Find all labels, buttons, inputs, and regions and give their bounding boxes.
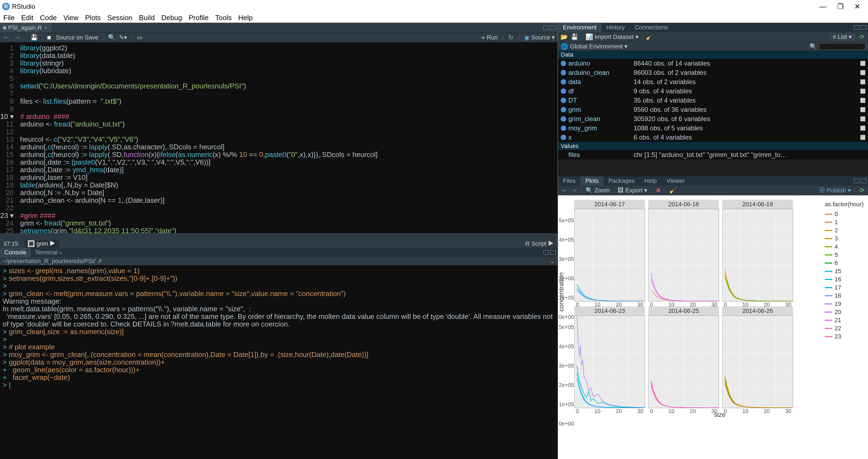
console-path-bar: ~/presentation_R_pourlesnuls/PSI/ ⇗ ⌄ (0, 257, 557, 265)
pane-minimize-icon[interactable] (543, 250, 549, 255)
env-item-grim[interactable]: grim9560 obs. of 36 variables (558, 105, 868, 114)
clear-console-icon[interactable]: ⌄ (550, 258, 555, 265)
environment-tab[interactable]: Environment (558, 23, 601, 32)
console-output[interactable]: > sizes <- grepl(ms ,names(grim),value =… (0, 265, 557, 459)
grid-icon[interactable] (860, 116, 865, 121)
grid-icon[interactable] (860, 135, 865, 140)
pane-maximize-icon[interactable] (550, 250, 556, 255)
publish-button[interactable]: ⦿ Publish ▾ (819, 187, 851, 194)
history-tab[interactable]: History (601, 23, 630, 32)
menu-session[interactable]: Session (107, 13, 133, 22)
env-item-DT[interactable]: DT35 obs. of 4 variables (558, 96, 868, 105)
save-icon[interactable]: 💾 (31, 34, 37, 41)
files-tab[interactable]: Files (558, 176, 580, 185)
env-item-moy_grim[interactable]: moy_grim1088 obs. of 5 variables (558, 123, 868, 133)
menu-edit[interactable]: Edit (21, 13, 33, 22)
menu-file[interactable]: File (3, 13, 15, 22)
prev-plot-icon[interactable]: ⇐ (561, 187, 567, 194)
source-toolbar: ⇐ ⇒ 💾 Source on Save 🔍 ✎▾ ▭ ➔ Run ↻ ▣ So… (0, 33, 557, 42)
env-item-df[interactable]: df9 obs. of 4 variables (558, 87, 868, 96)
menu-code[interactable]: Code (40, 13, 57, 22)
env-item-data[interactable]: data14 obs. of 2 variables (558, 77, 868, 87)
wand-icon[interactable]: ✎▾ (120, 34, 126, 41)
working-dir[interactable]: ~/presentation_R_pourlesnuls/PSI/ (3, 258, 95, 265)
help-tab[interactable]: Help (640, 176, 661, 185)
refresh-plot-icon[interactable]: ⟳ (859, 187, 865, 194)
grid-icon[interactable] (860, 107, 865, 112)
source-button[interactable]: ▣ Source ▾ (524, 34, 555, 41)
minimize-button[interactable]: — (819, 2, 827, 11)
menu-debug[interactable]: Debug (161, 13, 182, 22)
env-item-grim_clean[interactable]: grim_clean305920 obs. of 6 variables (558, 114, 868, 123)
menu-help[interactable]: Help (238, 13, 253, 22)
menu-tools[interactable]: Tools (215, 13, 232, 22)
pane-minimize-icon[interactable] (543, 26, 549, 30)
pane-maximize-icon[interactable] (861, 25, 866, 30)
env-scope-bar: 🌐 Global Environment ▾ 🔍 (558, 42, 868, 51)
search-icon: 🔍 (809, 43, 817, 50)
menu-view[interactable]: View (63, 13, 79, 22)
env-item-files[interactable]: fileschr [1:5] "arduino_tot.txt" "grimm_… (558, 150, 868, 160)
maximize-button[interactable]: ❐ (837, 2, 843, 11)
console-tab[interactable]: Console (0, 248, 31, 257)
pane-maximize-icon[interactable] (550, 26, 556, 30)
plots-tab[interactable]: Plots (580, 176, 603, 185)
env-item-x[interactable]: x6 obs. of 4 variables (558, 133, 868, 142)
source-icon: ▣ (524, 34, 529, 41)
app-logo: R (2, 3, 10, 10)
zoom-button[interactable]: 🔍 Zoom (586, 187, 610, 194)
grid-icon[interactable] (860, 98, 865, 103)
open-wd-icon[interactable]: ⇗ (97, 258, 102, 265)
back-icon[interactable]: ⇐ (3, 34, 9, 41)
pane-maximize-icon[interactable] (861, 179, 866, 183)
close-button[interactable]: ✕ (855, 2, 860, 11)
clear-plots-icon[interactable]: 🧹 (670, 187, 676, 194)
grid-icon[interactable] (860, 126, 865, 131)
plots-tabstrip: Files Plots Packages Help Viewer (558, 176, 868, 185)
file-type-label[interactable]: R Script ⯈ (525, 240, 554, 247)
pane-minimize-icon[interactable] (854, 179, 859, 183)
forward-icon[interactable]: ⇒ (14, 34, 21, 41)
env-item-arduino_clean[interactable]: arduino_clean86003 obs. of 2 variables (558, 68, 868, 77)
run-button[interactable]: ➔ Run (480, 34, 498, 41)
close-tab-icon[interactable]: × (44, 25, 48, 31)
cursor-position: 37:15 (3, 240, 18, 247)
menu-profile[interactable]: Profile (189, 13, 209, 22)
environment-list: Dataarduino86440 obs. of 14 variablesard… (558, 51, 868, 176)
grid-icon[interactable] (860, 70, 865, 75)
grid-icon[interactable] (860, 89, 865, 94)
editor-h-scrollbar[interactable] (0, 233, 557, 240)
rerun-icon[interactable]: ↻ (508, 34, 514, 41)
connections-tab[interactable]: Connections (630, 23, 673, 32)
window-titlebar: R RStudio — ❐ ✕ (0, 0, 868, 13)
plots-toolbar: ⇐ ⇒ 🔍 Zoom 🖼 Export ▾ ✖ 🧹 ⦿ Publish ▾ ⟳ (558, 185, 868, 195)
refresh-icon[interactable]: ⟳ (859, 34, 865, 40)
export-button[interactable]: 🖼 Export ▾ (618, 187, 647, 194)
next-plot-icon[interactable]: ⇒ (571, 187, 578, 194)
packages-tab[interactable]: Packages (603, 176, 640, 185)
scope-selector[interactable]: Global Environment ▾ (570, 43, 627, 50)
terminal-tab[interactable]: Terminal × (31, 248, 67, 257)
pane-minimize-icon[interactable] (854, 25, 859, 30)
code-editor[interactable]: 12345678910 ▾11121314151617181920212223 … (0, 42, 557, 233)
view-mode-button[interactable]: ≡ List ▾ (829, 33, 855, 41)
source-on-save-checkbox[interactable] (47, 36, 51, 39)
find-icon[interactable]: 🔍 (108, 34, 115, 41)
notebook-icon[interactable]: ▭ (136, 34, 143, 41)
source-on-save-label: Source on Save (56, 34, 98, 41)
source-tab[interactable]: PSI_again.R × (0, 23, 53, 32)
viewer-tab[interactable]: Viewer (661, 176, 690, 185)
remove-plot-icon[interactable]: ✖ (655, 187, 661, 194)
current-function-label[interactable]: 🔳 grim ⯈ (24, 240, 60, 247)
grid-icon[interactable] (860, 61, 865, 66)
env-search-input[interactable] (819, 43, 865, 50)
menu-build[interactable]: Build (139, 13, 155, 22)
menu-plots[interactable]: Plots (85, 13, 101, 22)
env-item-arduino[interactable]: arduino86440 obs. of 14 variables (558, 59, 868, 68)
chevron-down-icon: ▾ (552, 34, 555, 41)
save-workspace-icon[interactable]: 💾 (571, 34, 578, 40)
load-workspace-icon[interactable]: 📂 (561, 34, 567, 40)
import-dataset-button[interactable]: 📊 Import Dataset ▾ (586, 33, 639, 40)
clear-env-icon[interactable]: 🧹 (646, 34, 653, 40)
grid-icon[interactable] (860, 80, 865, 84)
